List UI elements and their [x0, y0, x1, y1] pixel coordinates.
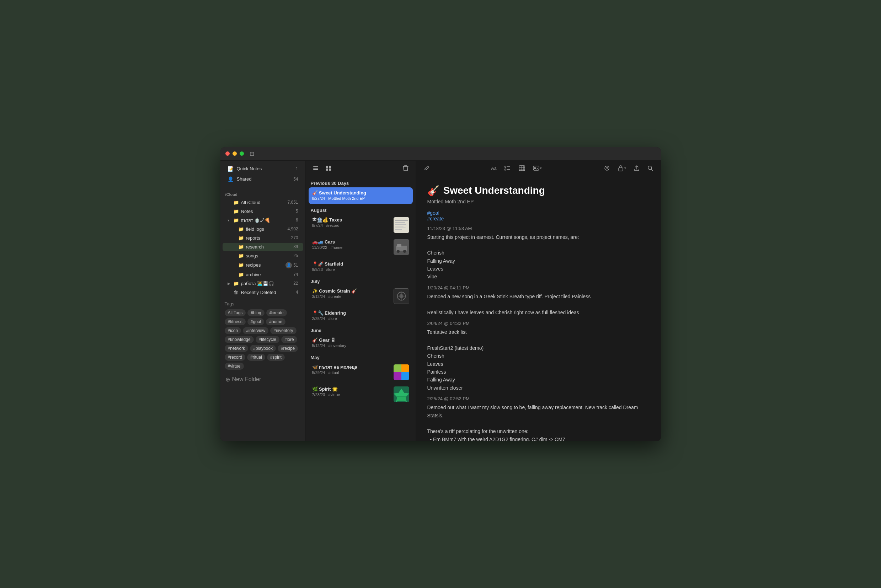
- note-timestamp-3: 2/04/24 @ 04:32 PM: [427, 321, 650, 326]
- note-item-eldenring[interactable]: 📍🔧 Eldenring 2/25/24 #lore: [309, 308, 413, 324]
- svg-rect-11: [395, 226, 404, 226]
- note-item-spirit[interactable]: 🌿 Spirit 🌟 7/23/23 #virtue: [309, 384, 413, 405]
- new-folder-button[interactable]: ⊕ New Folder: [221, 373, 305, 386]
- tag-playbook[interactable]: #playbook: [250, 345, 276, 352]
- note-item-sweet-understanding[interactable]: 🎸 Sweet Understanding 8/27/24 Mottled Mo…: [309, 188, 413, 204]
- svg-rect-24: [393, 364, 401, 372]
- notes-folder-label: Notes: [241, 208, 296, 214]
- svg-rect-25: [401, 364, 409, 372]
- tag-virtue[interactable]: #virtue: [225, 363, 244, 370]
- close-button[interactable]: [225, 152, 230, 156]
- all-icloud-count: 7,651: [287, 200, 298, 205]
- note-detail-content[interactable]: 🎸 Sweet Understanding Mottled Moth 2nd E…: [416, 176, 661, 441]
- sidebar-item-archive[interactable]: 📁 archive 74: [222, 270, 303, 279]
- list-view-button[interactable]: [311, 163, 321, 173]
- sidebar-item-rabota[interactable]: ▶ 📁 работа 👩‍💻💾🎧 22: [222, 279, 303, 288]
- svg-rect-10: [395, 224, 406, 225]
- font-tool[interactable]: Aa: [489, 164, 499, 172]
- tag-all-tags[interactable]: All Tags: [225, 309, 246, 316]
- media-tool[interactable]: ▾: [531, 164, 544, 172]
- note-item-gear[interactable]: 🎸 Gear 🎛 5/12/24 #inventory: [309, 334, 413, 351]
- all-icloud-label: All iCloud: [241, 200, 288, 205]
- note-item-starfield[interactable]: 📍🚀 Starfield 9/9/23 #lore: [309, 258, 413, 275]
- note-body-3: Tentative track list FreshStart2 (latest…: [427, 328, 650, 392]
- rabota-icon: 📁: [233, 281, 239, 286]
- tag-knowledge[interactable]: #knowledge: [225, 336, 254, 343]
- sidebar-item-recently-deleted[interactable]: 🗑 Recently Deleted 4: [222, 288, 303, 297]
- sidebar-item-shared[interactable]: 👤 Shared 54: [222, 174, 303, 184]
- quick-notes-count: 1: [296, 166, 298, 171]
- note-item-cosmic-strain[interactable]: ✨ Cosmic Strain 🎸 3/12/24 #create: [309, 285, 413, 307]
- collab-tool[interactable]: [602, 164, 612, 172]
- note-item-pyat-na-moletsa-meta: 5/29/24 #ritual: [312, 370, 391, 375]
- sidebar-item-reports[interactable]: 📁 reports 270: [222, 234, 303, 242]
- tag-inventory[interactable]: #inventory: [270, 327, 296, 334]
- new-folder-icon: ⊕: [225, 376, 230, 383]
- tag-record[interactable]: #record: [225, 354, 246, 361]
- delete-note-button[interactable]: [401, 163, 411, 173]
- rabota-label: работа 👩‍💻💾🎧: [241, 281, 294, 286]
- font-tool-label: Aa: [491, 166, 497, 171]
- svg-rect-26: [393, 372, 401, 380]
- tag-blog[interactable]: #blog: [248, 309, 264, 316]
- notes-list-panel: Previous 30 Days 🎸 Sweet Understanding 8…: [306, 160, 416, 441]
- tag-home[interactable]: #home: [266, 318, 285, 325]
- tag-goal[interactable]: #goal: [248, 318, 264, 325]
- sidebar-toggle-icon[interactable]: ⊟: [249, 150, 254, 157]
- note-item-cosmic-strain-title: ✨ Cosmic Strain 🎸: [312, 288, 391, 294]
- svg-point-32: [504, 166, 506, 168]
- svg-rect-27: [401, 372, 409, 380]
- note-item-cars[interactable]: 🚗🚙 Cars 11/30/22 #home: [309, 236, 413, 258]
- tag-create[interactable]: #create: [266, 309, 287, 316]
- table-tool[interactable]: [516, 164, 527, 172]
- note-tag-create[interactable]: #create: [427, 216, 650, 222]
- maximize-button[interactable]: [240, 152, 244, 156]
- note-item-taxes[interactable]: 🏚🏦💰 Taxes 8/7/24 #record: [309, 214, 413, 236]
- tag-ritual[interactable]: #ritual: [247, 354, 265, 361]
- sidebar-item-songs[interactable]: 📁 songs 25: [222, 252, 303, 260]
- reports-icon: 📁: [238, 236, 244, 241]
- note-title-emoji: 🎸: [427, 185, 440, 196]
- svg-rect-3: [326, 166, 328, 168]
- svg-rect-41: [533, 166, 539, 170]
- note-item-eldenring-title: 📍🔧 Eldenring: [312, 310, 409, 316]
- new-folder-label: New Folder: [232, 376, 261, 382]
- minimize-button[interactable]: [233, 152, 237, 156]
- note-thumb-moth: [393, 364, 409, 380]
- archive-label: archive: [246, 272, 294, 277]
- sidebar-item-quick-notes[interactable]: 📝 Quick Notes 1: [222, 164, 303, 174]
- tags-section-title: Tags: [225, 301, 301, 306]
- note-tag-goal[interactable]: #goal: [427, 210, 650, 216]
- tag-lore[interactable]: #lore: [281, 336, 297, 343]
- tag-spirit[interactable]: #spirit: [267, 354, 285, 361]
- field-logs-label: field logs: [246, 226, 288, 232]
- search-tool[interactable]: [645, 164, 655, 172]
- note-item-cars-content: 🚗🚙 Cars 11/30/22 #home: [312, 239, 391, 255]
- sidebar-item-field-logs[interactable]: 📁 field logs 4,902: [222, 225, 303, 233]
- note-timestamp-1: 11/18/23 @ 11:53 AM: [427, 226, 650, 231]
- tag-lifecycle[interactable]: #lifecycle: [256, 336, 279, 343]
- tag-recipe[interactable]: #recipe: [278, 345, 298, 352]
- tag-network[interactable]: #network: [225, 345, 249, 352]
- sidebar-item-pyat[interactable]: ▾ 📁 пътят 🍵🖊🍕 6: [222, 216, 303, 224]
- tag-icon[interactable]: #icon: [225, 327, 242, 334]
- svg-rect-1: [313, 168, 318, 168]
- compose-button[interactable]: [422, 164, 432, 172]
- svg-rect-8: [395, 220, 408, 221]
- svg-point-18: [403, 250, 406, 253]
- lock-tool[interactable]: ▾: [616, 164, 628, 173]
- tag-fitness[interactable]: #fitness: [225, 318, 246, 325]
- checklist-tool[interactable]: [502, 164, 513, 172]
- sidebar-item-all-icloud[interactable]: 📁 All iCloud 7,651: [222, 198, 303, 207]
- svg-rect-9: [395, 222, 405, 223]
- sidebar-item-research[interactable]: 📁 research 39: [222, 243, 303, 251]
- notes-scroll-area[interactable]: Previous 30 Days 🎸 Sweet Understanding 8…: [306, 176, 416, 441]
- rabota-count: 22: [293, 281, 298, 286]
- tag-interview[interactable]: #interview: [243, 327, 269, 334]
- note-item-pyat-na-moletsa[interactable]: 🦋 пътят на молеца 5/29/24 #ritual: [309, 362, 413, 383]
- share-tool[interactable]: [632, 164, 642, 173]
- sidebar-item-notes[interactable]: 📁 Notes 5: [222, 207, 303, 215]
- sidebar-item-recipes[interactable]: 📁 recipes 👤 51: [222, 261, 303, 270]
- note-body-1: Starting this project in earnest. Curren…: [427, 233, 650, 281]
- grid-view-button[interactable]: [324, 163, 333, 173]
